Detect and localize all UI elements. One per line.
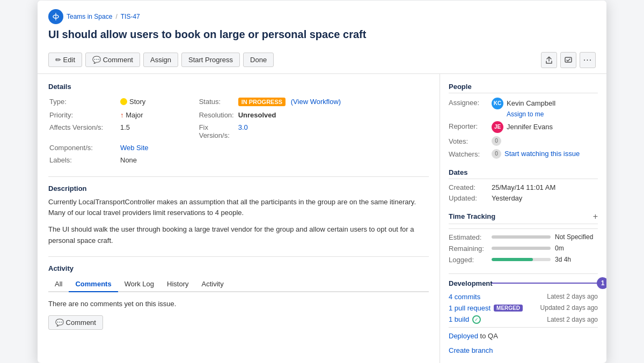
create-branch-link[interactable]: Create branch xyxy=(449,346,493,354)
components-value: Web Site xyxy=(120,142,177,153)
reporter-value: JE Jennifer Evans xyxy=(492,121,553,133)
watchers-value: 0 Start watching this issue xyxy=(492,149,580,159)
create-branch-row: Create branch xyxy=(449,343,598,354)
assignee-value: KC Kevin Campbell xyxy=(492,98,555,109)
assign-button[interactable]: Assign xyxy=(143,53,178,67)
share-icon xyxy=(545,56,553,64)
build-left: 1 build ✓ xyxy=(449,315,481,324)
tab-comments[interactable]: Comments xyxy=(69,277,118,292)
type-value: Story xyxy=(120,96,177,108)
description-section: Description Currently LocalTransportCont… xyxy=(48,184,429,247)
votes-row: Votes: 0 xyxy=(449,136,598,146)
project-logo xyxy=(48,9,63,24)
assignee-label: Assignee: xyxy=(449,98,492,107)
logged-bar-fill xyxy=(492,258,533,261)
status-cell: IN PROGRESS (View Workflow) xyxy=(238,96,428,108)
more-button[interactable]: ··· xyxy=(580,52,596,68)
assign-to-me-link[interactable]: Assign to me xyxy=(507,110,555,118)
priority-value: ↑ Major xyxy=(120,109,177,121)
remaining-row: Remaining: 0m xyxy=(449,245,598,253)
time-tracking-section: Time Tracking + Estimated: Not Specified… xyxy=(449,212,598,264)
labels-value: None xyxy=(120,154,177,166)
status-label: Status: xyxy=(178,96,237,108)
resolution-value: Unresolved xyxy=(238,109,428,121)
people-section: People Assignee: KC Kevin Campbell Assig… xyxy=(449,83,598,159)
breadcrumb-issue-id[interactable]: TIS-47 xyxy=(121,13,140,20)
pull-request-left: 1 pull request MERGED xyxy=(449,304,523,312)
deployed-to: to QA xyxy=(480,332,498,340)
commits-row: 4 commits Latest 2 days ago xyxy=(449,293,598,301)
priority-icon: ↑ xyxy=(120,111,124,119)
breadcrumb-separator: / xyxy=(115,13,117,20)
breadcrumb-project[interactable]: Teams in Space xyxy=(67,13,112,20)
logged-value: 3d 4h xyxy=(555,256,598,263)
priority-row: Priority: ↑ Major Resolution: Unresolved xyxy=(49,109,428,121)
svg-rect-3 xyxy=(565,57,572,62)
dev-line xyxy=(492,283,606,284)
activity-title: Activity xyxy=(48,264,429,272)
merged-badge: MERGED xyxy=(494,305,523,312)
created-row: Created: 25/May/14 11:01 AM xyxy=(449,183,598,191)
view-workflow-link[interactable]: (View Workflow) xyxy=(291,98,341,106)
affects-row: Affects Version/s: 1.5 Fix Version/s: 3.… xyxy=(49,122,428,141)
remaining-value: 0m xyxy=(555,245,598,252)
estimated-value: Not Specified xyxy=(555,233,598,241)
type-label: Type: xyxy=(49,96,119,108)
assignee-row: Assignee: KC Kevin Campbell Assign to me xyxy=(449,98,598,118)
comment-button[interactable]: 💬 Comment xyxy=(85,53,140,67)
labels-label: Labels: xyxy=(49,154,119,166)
dates-title: Dates xyxy=(449,168,598,179)
edit-button[interactable]: ✏ Edit xyxy=(48,53,82,67)
dev-number-badge: 1 xyxy=(597,277,606,289)
done-button[interactable]: Done xyxy=(243,53,274,67)
deployed-link[interactable]: Deployed xyxy=(449,332,478,340)
divider-2 xyxy=(48,256,429,257)
add-comment-button[interactable]: 💬 Comment xyxy=(48,315,103,330)
pull-request-link[interactable]: 1 pull request xyxy=(449,304,491,312)
fix-version-label: Fix Version/s: xyxy=(178,122,237,141)
status-badge: IN PROGRESS xyxy=(238,98,286,106)
description-title: Description xyxy=(48,184,429,192)
right-panel: People Assignee: KC Kevin Campbell Assig… xyxy=(440,74,606,363)
toolbar-right: ··· xyxy=(541,52,596,68)
assignee-info: KC Kevin Campbell Assign to me xyxy=(492,98,555,118)
commits-date: Latest 2 days ago xyxy=(547,293,598,300)
start-watching-link[interactable]: Start watching this issue xyxy=(504,150,580,158)
votes-value: 0 xyxy=(492,136,501,146)
feedback-button[interactable] xyxy=(560,52,576,68)
time-tracking-header: Time Tracking + xyxy=(449,212,598,224)
people-title: People xyxy=(449,83,598,93)
commits-left: 4 commits xyxy=(449,293,480,301)
priority-label: Priority: xyxy=(49,109,119,121)
updated-row: Updated: Yesterday xyxy=(449,194,598,202)
build-date: Latest 2 days ago xyxy=(547,316,598,323)
build-link[interactable]: 1 build xyxy=(449,315,469,323)
issue-header: Teams in Space / TIS-47 UI should allow … xyxy=(38,1,606,74)
issue-window: Teams in Space / TIS-47 UI should allow … xyxy=(38,1,606,363)
tab-activity[interactable]: Activity xyxy=(195,277,230,292)
details-section: Details Type: Story Status: IN PROGRESS xyxy=(48,83,429,167)
estimated-label: Estimated: xyxy=(449,233,492,241)
start-progress-button[interactable]: Start Progress xyxy=(181,53,240,67)
commits-link[interactable]: 4 commits xyxy=(449,293,480,301)
development-section: Development 1 4 commits Latest 2 days ag… xyxy=(449,273,598,354)
updated-value: Yesterday xyxy=(492,194,522,202)
fix-version-value: 3.0 xyxy=(238,122,428,141)
feedback-icon xyxy=(565,56,572,64)
assignee-name: Kevin Campbell xyxy=(507,99,555,107)
logged-bar xyxy=(492,258,551,261)
tab-all[interactable]: All xyxy=(48,277,69,292)
estimated-bar-fill xyxy=(492,235,551,239)
watchers-row: Watchers: 0 Start watching this issue xyxy=(449,149,598,159)
pull-request-row: 1 pull request MERGED Updated 2 days ago xyxy=(449,304,598,312)
reporter-name: Jennifer Evans xyxy=(507,123,553,131)
share-button[interactable] xyxy=(541,52,557,68)
tab-worklog[interactable]: Work Log xyxy=(118,277,160,292)
details-title: Details xyxy=(48,83,429,91)
estimated-row: Estimated: Not Specified xyxy=(449,233,598,241)
labels-row: Labels: None xyxy=(49,154,428,166)
development-title: Development xyxy=(449,279,493,287)
tab-history[interactable]: History xyxy=(160,277,195,292)
components-label: Component/s: xyxy=(49,142,119,153)
time-tracking-add-icon[interactable]: + xyxy=(593,212,598,221)
